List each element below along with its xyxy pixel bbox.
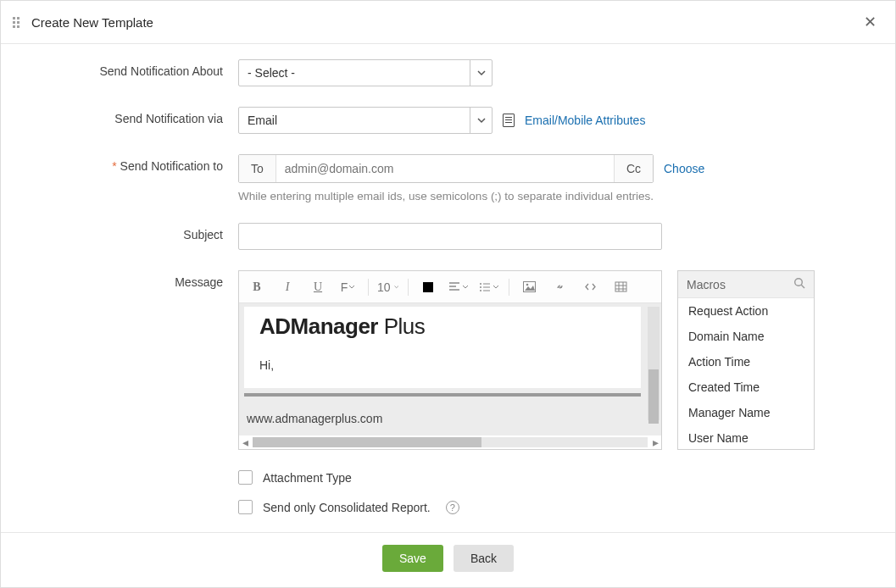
attachment-type-checkbox[interactable] bbox=[238, 470, 253, 485]
close-icon[interactable]: ✕ bbox=[857, 9, 883, 35]
macro-item[interactable]: Request Action bbox=[678, 298, 814, 324]
macro-item[interactable]: Domain Name bbox=[678, 324, 814, 349]
drag-handle-icon[interactable] bbox=[13, 17, 23, 27]
editor-toolbar: B I U F 10 bbox=[239, 271, 661, 303]
svg-point-2 bbox=[480, 290, 481, 291]
recipient-input[interactable] bbox=[276, 155, 614, 182]
editor-content-url: www.admanagerplus.com bbox=[244, 412, 656, 425]
text-color-button[interactable] bbox=[417, 276, 439, 298]
link-button[interactable] bbox=[548, 276, 570, 298]
modal-footer: Save Back bbox=[1, 532, 895, 587]
to-addon[interactable]: To bbox=[239, 155, 276, 182]
align-button[interactable] bbox=[448, 276, 470, 298]
macro-item[interactable]: Manager Name bbox=[678, 400, 814, 425]
editor-divider bbox=[244, 393, 641, 397]
list-button[interactable] bbox=[478, 276, 500, 298]
modal-title: Create New Template bbox=[31, 15, 153, 30]
svg-point-1 bbox=[480, 286, 481, 288]
image-button[interactable] bbox=[518, 276, 540, 298]
required-star-icon: * bbox=[112, 159, 116, 173]
subject-input[interactable] bbox=[238, 223, 662, 250]
macros-panel: Macros Request Action Domain Name Action… bbox=[677, 270, 815, 450]
modal-header: Create New Template ✕ bbox=[1, 1, 895, 44]
editor-content-greeting: Hi, bbox=[259, 358, 626, 372]
svg-point-0 bbox=[480, 283, 481, 285]
macro-item[interactable]: User Name bbox=[678, 425, 814, 449]
rich-text-editor: B I U F 10 bbox=[238, 270, 662, 450]
bold-button[interactable]: B bbox=[246, 276, 268, 298]
scroll-left-arrow-icon[interactable]: ◂ bbox=[239, 435, 251, 449]
consolidated-report-label: Send only Consolidated Report. bbox=[263, 501, 431, 514]
document-icon bbox=[503, 114, 515, 127]
chevron-down-icon bbox=[470, 108, 492, 133]
label-message: Message bbox=[35, 270, 238, 289]
link-email-mobile-attributes[interactable]: Email/Mobile Attributes bbox=[525, 114, 645, 127]
select-notification-via[interactable]: Email bbox=[238, 107, 493, 134]
svg-point-6 bbox=[795, 279, 803, 286]
chevron-down-icon bbox=[470, 60, 492, 86]
label-notification-via: Send Notification via bbox=[35, 107, 238, 125]
choose-recipient-link[interactable]: Choose bbox=[664, 162, 704, 175]
svg-rect-5 bbox=[615, 282, 626, 291]
attachment-type-label: Attachment Type bbox=[263, 471, 352, 485]
macros-title: Macros bbox=[687, 278, 726, 291]
macros-list: Request Action Domain Name Action Time C… bbox=[678, 298, 814, 449]
table-button[interactable] bbox=[609, 276, 632, 298]
horizontal-scrollbar[interactable]: ◂ ▸ bbox=[239, 435, 661, 449]
font-size-button[interactable]: 10 bbox=[377, 276, 399, 298]
svg-point-4 bbox=[526, 284, 528, 286]
recipient-hint: While entering multiple email ids, use s… bbox=[238, 190, 654, 202]
code-button[interactable] bbox=[579, 276, 601, 298]
select-notification-about[interactable]: - Select - bbox=[238, 59, 493, 86]
label-notification-to: *Send Notification to bbox=[35, 154, 238, 173]
search-icon[interactable] bbox=[793, 277, 805, 291]
help-icon[interactable]: ? bbox=[446, 501, 459, 514]
underline-button[interactable]: U bbox=[307, 276, 329, 298]
editor-body[interactable]: ADManager Plus Hi, www.admanagerplus.com bbox=[239, 303, 661, 435]
select-notification-via-value: Email bbox=[248, 114, 277, 127]
label-subject: Subject bbox=[35, 223, 238, 241]
editor-content-brand: ADManager Plus bbox=[259, 313, 626, 340]
macro-item[interactable]: Created Time bbox=[678, 374, 814, 400]
select-notification-about-value: - Select - bbox=[248, 66, 295, 80]
cc-addon[interactable]: Cc bbox=[614, 155, 653, 182]
back-button[interactable]: Back bbox=[454, 545, 514, 572]
vertical-scrollbar[interactable] bbox=[648, 307, 659, 420]
scroll-right-arrow-icon[interactable]: ▸ bbox=[649, 435, 661, 449]
font-family-button[interactable]: F bbox=[337, 276, 359, 298]
label-notification-about: Send Notification About bbox=[35, 59, 238, 78]
consolidated-report-checkbox[interactable] bbox=[238, 500, 253, 514]
vertical-scroll-thumb[interactable] bbox=[648, 369, 659, 424]
horizontal-scroll-thumb[interactable] bbox=[253, 437, 481, 447]
recipient-group: To Cc bbox=[238, 154, 654, 183]
italic-button[interactable]: I bbox=[276, 276, 298, 298]
macro-item[interactable]: Action Time bbox=[678, 349, 814, 374]
save-button[interactable]: Save bbox=[382, 545, 443, 572]
